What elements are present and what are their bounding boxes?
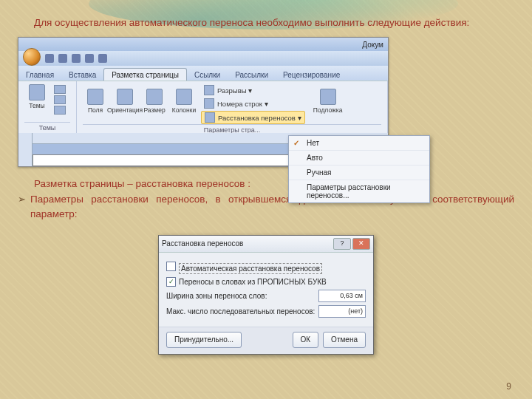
titlebar: Докум xyxy=(18,38,388,51)
zone-label: Ширина зоны переноса слов: xyxy=(166,292,267,300)
help-button[interactable]: ? xyxy=(333,238,351,250)
redo-icon[interactable] xyxy=(72,54,81,63)
office-button[interactable] xyxy=(23,48,41,66)
caps-label: Переносы в словах из ПРОПИСНЫХ БУКВ xyxy=(179,277,327,285)
margins-button[interactable]: Поля xyxy=(83,89,108,120)
tab-references[interactable]: Ссылки xyxy=(187,69,228,81)
ribbon: Темы Темы Поля Ориентация Размер Колонки… xyxy=(18,81,388,133)
qat-icon[interactable] xyxy=(85,54,94,63)
themes-icon xyxy=(29,84,45,100)
menu-options[interactable]: Параметры расстановки переносов... xyxy=(289,180,429,202)
size-button[interactable]: Размер xyxy=(142,89,167,120)
page-number: 9 xyxy=(506,381,511,392)
group-themes-label: Темы xyxy=(24,122,70,132)
theme-colors-icon[interactable] xyxy=(54,85,66,94)
force-button[interactable]: Принудительно... xyxy=(166,332,242,348)
menu-manual[interactable]: Ручная xyxy=(289,166,429,180)
line-numbers-icon xyxy=(204,98,214,109)
watermark-icon xyxy=(320,89,336,105)
auto-checkbox[interactable] xyxy=(166,262,176,271)
ribbon-tabs: Главная Вставка Разметка страницы Ссылки… xyxy=(18,66,388,81)
tab-review[interactable]: Рецензирование xyxy=(276,69,347,81)
section2-bullet: Параметры расстановки переносов, в откры… xyxy=(30,192,514,221)
dialog-title: Расстановка переносов xyxy=(162,239,243,248)
line-numbers-button[interactable]: Номера строк ▾ xyxy=(201,98,305,109)
vertical-ruler xyxy=(18,133,33,166)
save-icon[interactable] xyxy=(45,54,54,63)
menu-auto[interactable]: Авто xyxy=(289,151,429,166)
lead-text: Для осуществления автоматического перено… xyxy=(18,16,514,30)
quick-access-toolbar xyxy=(18,51,388,66)
theme-effects-icon[interactable] xyxy=(54,106,66,115)
section2-intro: Разметка страницы – расстановка переносо… xyxy=(18,177,514,191)
ok-button[interactable]: ОК xyxy=(293,332,319,348)
tab-home[interactable]: Главная xyxy=(18,69,61,81)
caps-checkbox[interactable]: ✓ xyxy=(166,277,176,287)
orientation-icon xyxy=(117,89,133,105)
breaks-stack: Разрывы ▾ Номера строк ▾ Расстановка пер… xyxy=(201,84,305,124)
cancel-button[interactable]: Отмена xyxy=(323,332,366,348)
hyphenation-button[interactable]: Расстановка переносов ▾ xyxy=(201,111,305,124)
breaks-button[interactable]: Разрывы ▾ xyxy=(201,84,305,96)
undo-icon[interactable] xyxy=(58,54,67,63)
size-icon xyxy=(146,89,163,105)
tab-insert[interactable]: Вставка xyxy=(61,69,103,81)
max-field[interactable]: (нет) xyxy=(318,305,366,318)
columns-button[interactable]: Колонки xyxy=(171,89,197,120)
columns-icon xyxy=(176,89,192,105)
auto-label: Автоматическая расстановка переносов xyxy=(179,263,322,274)
orientation-button[interactable]: Ориентация xyxy=(112,89,137,120)
watermark-button[interactable]: Подложка xyxy=(316,89,341,120)
tab-page-layout[interactable]: Разметка страницы xyxy=(103,68,187,81)
menu-none[interactable]: Нет xyxy=(289,136,429,151)
margins-icon xyxy=(87,89,103,105)
qat-icon[interactable] xyxy=(98,54,107,63)
hyphenation-dialog: Расстановка переносов ? ✕ Автоматическая… xyxy=(158,235,374,355)
close-button[interactable]: ✕ xyxy=(352,238,370,250)
bullet-arrow-icon: ➢ xyxy=(18,193,26,221)
zone-field[interactable]: 0,63 см xyxy=(318,290,366,302)
hyphenation-icon xyxy=(205,112,215,123)
breaks-icon xyxy=(204,85,214,95)
hyphenation-menu: Нет Авто Ручная Параметры расстановки пе… xyxy=(288,135,430,203)
word-screenshot: Докум Главная Вставка Разметка страницы … xyxy=(18,37,389,167)
max-label: Макс. число последовательных переносов: xyxy=(166,307,315,316)
theme-fonts-icon[interactable] xyxy=(54,95,66,104)
tab-mailings[interactable]: Рассылки xyxy=(228,69,276,81)
themes-button[interactable]: Темы xyxy=(24,84,50,115)
